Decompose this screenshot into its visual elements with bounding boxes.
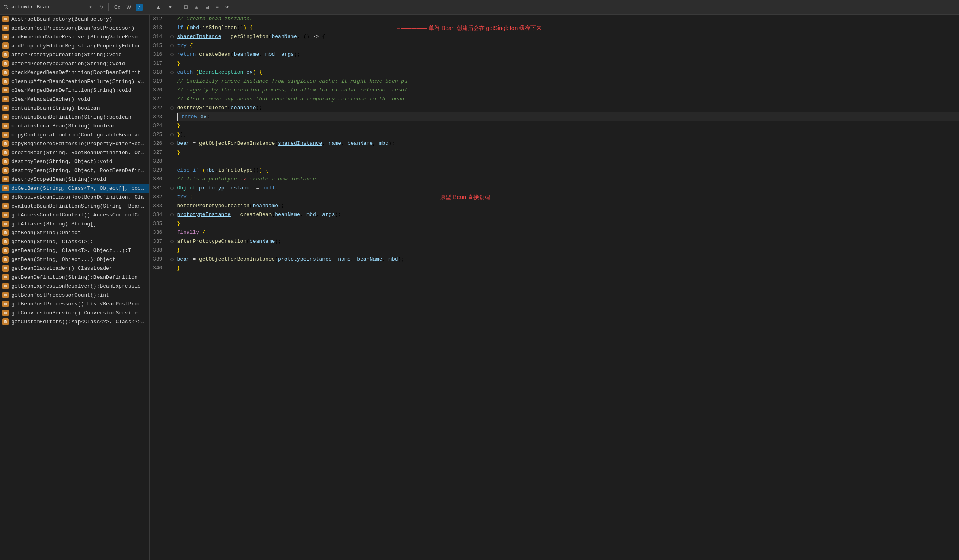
line-number: 314 xyxy=(153,32,162,41)
sidebar-method-item[interactable]: maddEmbeddedValueResolver(StringValueRes… xyxy=(0,32,149,41)
sidebar-method-item[interactable]: mgetBean(String, Class<T>, Object...):T xyxy=(0,246,149,255)
gutter-line xyxy=(167,95,177,104)
sidebar-method-item[interactable]: mclearMetadataCache():void xyxy=(0,95,149,104)
sidebar-method-item[interactable]: mdestroyScopedBean(String):void xyxy=(0,175,149,184)
sidebar-method-item[interactable]: mgetAccessControlContext():AccessControl… xyxy=(0,210,149,219)
gutter-line xyxy=(167,112,177,121)
method-icon: m xyxy=(2,229,9,236)
expand-button[interactable]: ⊞ xyxy=(193,4,201,11)
gutter-line xyxy=(167,246,177,255)
gutter-line xyxy=(167,193,177,202)
method-name: addPropertyEditorRegistrar(PropertyEdito… xyxy=(11,43,146,49)
sidebar-method-item[interactable]: maddPropertyEditorRegistrar(PropertyEdit… xyxy=(0,41,149,50)
sidebar-method-item[interactable]: mgetBeanPostProcessors():List<BeanPostPr… xyxy=(0,299,149,308)
gutter-line xyxy=(167,41,177,50)
sidebar-method-item[interactable]: mcontainsBeanDefinition(String):boolean xyxy=(0,112,149,121)
gutter-line xyxy=(167,237,177,246)
method-name: copyConfigurationFrom(ConfigurableBeanFa… xyxy=(11,132,141,138)
method-name: getBeanDefinition(String):BeanDefinition xyxy=(11,274,138,280)
method-name: getBeanPostProcessors():List<BeanPostPro… xyxy=(11,301,141,307)
sidebar-method-item[interactable]: mafterPrototypeCreation(String):void xyxy=(0,50,149,59)
line-number: 324 xyxy=(153,121,162,130)
method-name: containsBean(String):boolean xyxy=(11,105,100,111)
expand-all-button[interactable]: ≡ xyxy=(214,4,221,11)
gutter-line xyxy=(167,104,177,112)
sidebar-method-item[interactable]: mbeforePrototypeCreation(String):void xyxy=(0,59,149,68)
refresh-search-button[interactable]: ↻ xyxy=(97,4,105,11)
sidebar-method-item[interactable]: mcreateBean(String, RootBeanDefinition, … xyxy=(0,148,149,157)
sidebar-method-item[interactable]: mgetBean(String, Object...):Object xyxy=(0,255,149,264)
sidebar-method-item[interactable]: mclearMergedBeanDefinition(String):void xyxy=(0,86,149,95)
search-bar: ✕ ↻ Cc W .* ▲ ▼ ☐ ⊞ ⊟ ≡ ⧩ xyxy=(0,0,959,15)
method-icon: m xyxy=(2,158,9,165)
line-number: 318 xyxy=(153,68,162,77)
code-line: }); xyxy=(177,130,959,139)
method-name: cleanupAfterBeanCreationFailure(String):… xyxy=(11,78,146,85)
sidebar-method-item[interactable]: mgetConversionService():ConversionServic… xyxy=(0,308,149,317)
gutter-line xyxy=(167,175,177,184)
gutter-line xyxy=(167,210,177,219)
method-name: getBean(String, Class<T>):T xyxy=(11,239,97,245)
sidebar-method-item[interactable]: mevaluateBeanDefinitionString(String, Be… xyxy=(0,202,149,210)
sidebar-method-item[interactable]: mgetBeanPostProcessorCount():int xyxy=(0,291,149,299)
gutter-line xyxy=(167,15,177,23)
method-icon: m xyxy=(2,114,9,120)
gutter-line xyxy=(167,228,177,237)
code-line xyxy=(177,157,959,166)
line-number: 320 xyxy=(153,86,162,95)
method-icon: m xyxy=(2,60,9,67)
sidebar-method-item[interactable]: mdoGetBean(String, Class<T>, Object[], b… xyxy=(0,184,149,193)
gutter-line xyxy=(167,121,177,130)
line-number: 330 xyxy=(153,175,162,184)
next-result-button[interactable]: ▼ xyxy=(165,3,175,11)
gutter-line xyxy=(167,184,177,193)
filter-button[interactable]: ⧩ xyxy=(223,4,231,11)
sidebar-method-item[interactable]: mAbstractBeanFactory(BeanFactory) xyxy=(0,15,149,23)
sidebar-method-item[interactable]: maddBeanPostProcessor(BeanPostProcessor)… xyxy=(0,23,149,32)
sidebar-method-item[interactable]: mgetCustomEditors():Map<Class<?>, Class<… xyxy=(0,317,149,326)
singleton-annotation: ←————— 单例 Bean 创建后会在 getSingleton 缓存下来 xyxy=(395,23,542,33)
sidebar-method-item[interactable]: mgetBean(String, Class<T>):T xyxy=(0,237,149,246)
regex-button[interactable]: .* xyxy=(136,4,143,11)
gutter-line xyxy=(167,166,177,175)
method-icon: m xyxy=(2,283,9,289)
line-number: 336 xyxy=(153,228,162,237)
sidebar-method-item[interactable]: mdestroyBean(String, Object):void xyxy=(0,157,149,166)
method-icon: m xyxy=(2,221,9,227)
sidebar-method-item[interactable]: mgetBean(String):Object xyxy=(0,228,149,237)
sidebar-method-item[interactable]: mcontainsBean(String):boolean xyxy=(0,104,149,112)
sidebar-method-item[interactable]: mcontainsLocalBean(String):boolean xyxy=(0,121,149,130)
sidebar-method-item[interactable]: mcopyRegisteredEditorsTo(PropertyEditorR… xyxy=(0,139,149,148)
method-icon: m xyxy=(2,149,9,156)
method-icon: m xyxy=(2,105,9,111)
line-number: 333 xyxy=(153,202,162,210)
sidebar-method-item[interactable]: mgetBeanDefinition(String):BeanDefinitio… xyxy=(0,273,149,282)
code-line: try {原型 Bean 直接创建 xyxy=(177,193,959,202)
prev-result-button[interactable]: ▲ xyxy=(154,3,163,11)
method-name: afterPrototypeCreation(String):void xyxy=(11,52,122,58)
code-line: catch (BeansException ex) { xyxy=(177,68,959,77)
sidebar-method-item[interactable]: mgetBeanClassLoader():ClassLoader xyxy=(0,264,149,273)
method-icon: m xyxy=(2,87,9,93)
method-name: doResolveBeanClass(RootBeanDefinition, C… xyxy=(11,194,144,200)
sidebar-method-item[interactable]: mcleanupAfterBeanCreationFailure(String)… xyxy=(0,77,149,86)
search-input[interactable] xyxy=(11,4,84,10)
sidebar-method-item[interactable]: mcopyConfigurationFrom(ConfigurableBeanF… xyxy=(0,130,149,139)
sidebar-method-item[interactable]: mdoResolveBeanClass(RootBeanDefinition, … xyxy=(0,193,149,202)
toggle-view-button[interactable]: ☐ xyxy=(182,4,190,11)
code-line: destroySingleton(beanName); xyxy=(177,104,959,112)
method-name: beforePrototypeCreation(String):void xyxy=(11,61,125,67)
gutter-line xyxy=(167,86,177,95)
case-sensitive-button[interactable]: Cc xyxy=(112,4,122,11)
line-number: 326 xyxy=(153,139,162,148)
sidebar-method-item[interactable]: mdestroyBean(String, Object, RootBeanDef… xyxy=(0,166,149,175)
sidebar-method-item[interactable]: mgetAliases(String):String[] xyxy=(0,219,149,228)
whole-word-button[interactable]: W xyxy=(125,4,133,11)
method-name: AbstractBeanFactory(BeanFactory) xyxy=(11,16,112,22)
clear-search-button[interactable]: ✕ xyxy=(87,4,95,11)
line-number: 321 xyxy=(153,95,162,104)
method-icon: m xyxy=(2,123,9,129)
collapse-button[interactable]: ⊟ xyxy=(203,4,211,11)
sidebar-method-item[interactable]: mcheckMergedBeanDefinition(RootBeanDefin… xyxy=(0,68,149,77)
sidebar-method-item[interactable]: mgetBeanExpressionResolver():BeanExpress… xyxy=(0,282,149,291)
